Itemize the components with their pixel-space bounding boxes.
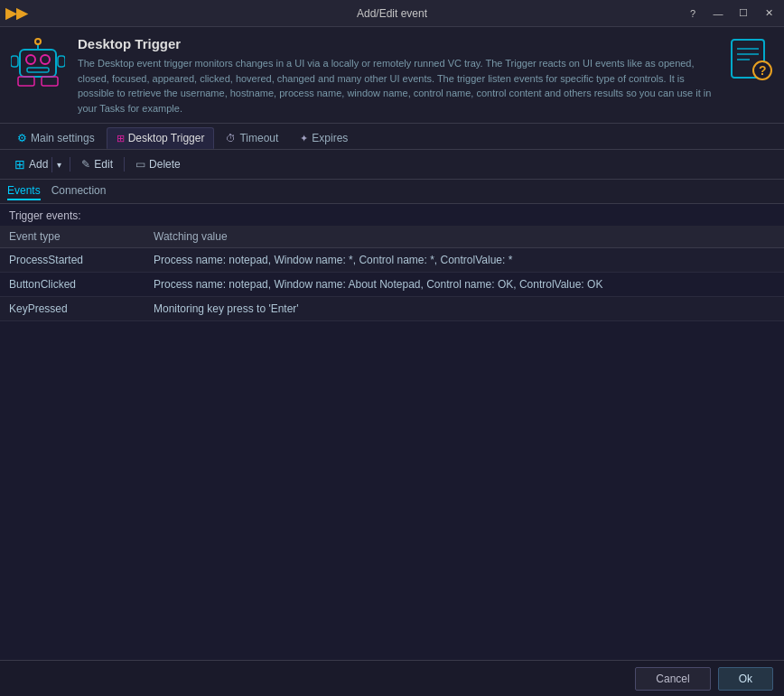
delete-button[interactable]: ▭ Delete <box>128 155 188 173</box>
svg-rect-8 <box>18 77 34 86</box>
desktop-trigger-icon: ⊞ <box>117 133 125 144</box>
table-header-row: Event type Watching value <box>0 226 784 248</box>
delete-icon: ▭ <box>135 158 145 171</box>
add-button-group: ⊞ Add ▾ <box>7 154 66 174</box>
tab-main-settings-label: Main settings <box>31 132 95 144</box>
header-section: Desktop Trigger The Desktop event trigge… <box>0 27 784 124</box>
tab-expires-label: Expires <box>312 132 348 144</box>
toolbar-separator-1 <box>70 157 70 172</box>
minimize-button[interactable]: — <box>706 4 730 23</box>
edit-label: Edit <box>94 158 113 171</box>
col-event-type: Event type <box>0 226 145 248</box>
watching-value-cell: Process name: notepad, Window name: *, C… <box>145 248 784 273</box>
table-row[interactable]: ButtonClickedProcess name: notepad, Wind… <box>0 273 784 297</box>
toolbar-separator-2 <box>124 157 125 172</box>
table-row[interactable]: KeyPressedMonitoring key press to 'Enter… <box>0 297 784 321</box>
tab-timeout-label: Timeout <box>239 132 278 144</box>
tab-desktop-trigger[interactable]: ⊞ Desktop Trigger <box>107 127 215 149</box>
help-doc-icon: ? <box>728 36 773 81</box>
ok-button[interactable]: Ok <box>718 667 773 691</box>
edit-button[interactable]: ✎ Edit <box>74 155 120 173</box>
tab-timeout[interactable]: ⏱ Timeout <box>216 127 288 149</box>
svg-point-5 <box>35 39 41 44</box>
help-button[interactable]: ? <box>681 4 705 23</box>
app-logo: ▶▶ <box>5 5 27 22</box>
watching-value-cell: Monitoring key press to 'Enter' <box>145 297 784 321</box>
sub-nav-connection[interactable]: Connection <box>51 182 107 200</box>
header-description: The Desktop event trigger monitors chang… <box>78 56 715 116</box>
add-label: Add <box>29 158 48 171</box>
tab-main-settings[interactable]: ⚙ Main settings <box>7 127 105 149</box>
event-type-cell: KeyPressed <box>0 297 145 321</box>
content-area: Trigger events: Event type Watching valu… <box>0 204 784 660</box>
header-text: Desktop Trigger The Desktop event trigge… <box>78 36 715 116</box>
svg-rect-7 <box>58 56 65 67</box>
add-dropdown-button[interactable]: ▾ <box>51 157 66 172</box>
toolbar: ⊞ Add ▾ ✎ Edit ▭ Delete <box>0 150 784 180</box>
header-title: Desktop Trigger <box>78 36 715 51</box>
maximize-button[interactable]: ☐ <box>732 4 755 23</box>
sub-nav: Events Connection <box>0 180 784 204</box>
sub-nav-events[interactable]: Events <box>7 182 41 200</box>
edit-icon: ✎ <box>81 158 90 171</box>
svg-rect-3 <box>27 68 49 72</box>
svg-rect-9 <box>42 77 58 86</box>
expires-icon: ✦ <box>300 133 308 144</box>
window-controls: ? — ☐ ✕ <box>681 4 780 23</box>
main-window: Desktop Trigger The Desktop event trigge… <box>0 27 784 696</box>
table-row[interactable]: ProcessStartedProcess name: notepad, Win… <box>0 248 784 273</box>
tab-desktop-trigger-label: Desktop Trigger <box>128 132 205 144</box>
svg-point-2 <box>41 55 50 64</box>
title-bar: ▶▶ Add/Edit event ? — ☐ ✕ <box>0 0 784 27</box>
footer: Cancel Ok <box>0 660 784 696</box>
cancel-button[interactable]: Cancel <box>635 667 710 691</box>
svg-rect-6 <box>11 56 18 67</box>
close-button[interactable]: ✕ <box>757 4 780 23</box>
watching-value-cell: Process name: notepad, Window name: Abou… <box>145 273 784 297</box>
window-title: Add/Edit event <box>357 7 427 20</box>
trigger-events-label: Trigger events: <box>0 204 784 226</box>
svg-text:?: ? <box>759 63 767 78</box>
event-type-cell: ButtonClicked <box>0 273 145 297</box>
events-table: Event type Watching value ProcessStarted… <box>0 226 784 321</box>
svg-point-1 <box>26 55 35 64</box>
logo-icon: ▶▶ <box>5 5 27 21</box>
add-plus-icon: ⊞ <box>14 157 25 172</box>
col-watching-value: Watching value <box>145 226 784 248</box>
robot-icon <box>11 36 65 90</box>
add-button[interactable]: ⊞ Add <box>7 154 51 174</box>
delete-label: Delete <box>149 158 181 171</box>
tab-expires[interactable]: ✦ Expires <box>290 127 358 149</box>
tab-bar: ⚙ Main settings ⊞ Desktop Trigger ⏱ Time… <box>0 124 784 150</box>
timeout-icon: ⏱ <box>226 133 236 144</box>
main-settings-icon: ⚙ <box>17 132 27 144</box>
event-type-cell: ProcessStarted <box>0 248 145 273</box>
